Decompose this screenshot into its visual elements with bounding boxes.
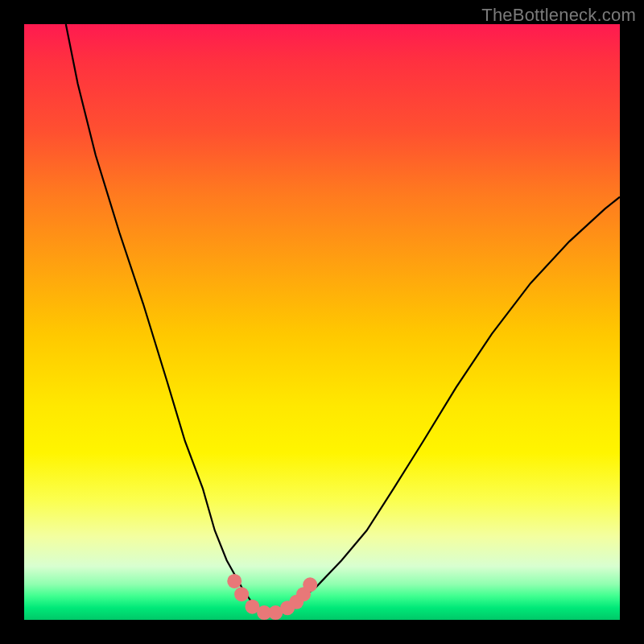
marker-point [227, 574, 242, 588]
marker-point [303, 577, 317, 592]
markers [227, 574, 317, 620]
chart-svg [24, 24, 620, 620]
watermark-text: TheBottleneck.com [481, 5, 636, 26]
chart-stage: TheBottleneck.com [0, 0, 644, 644]
bottleneck-curve [66, 24, 620, 613]
marker-point [234, 587, 249, 601]
